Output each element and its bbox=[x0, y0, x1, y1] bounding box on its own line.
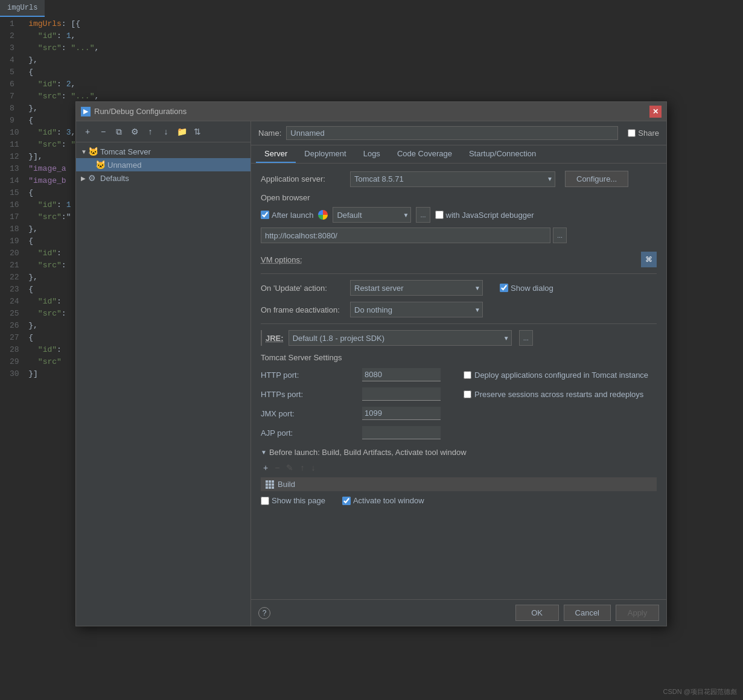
before-edit-button[interactable]: ✎ bbox=[284, 462, 296, 474]
app-server-dropdown[interactable]: Tomcat 8.5.71 bbox=[350, 171, 555, 187]
before-up-button[interactable]: ↑ bbox=[298, 462, 307, 474]
browser-row: After launch Default ▼ ... with Ja bbox=[261, 207, 657, 223]
browser-dots-button[interactable]: ... bbox=[416, 207, 430, 223]
build-item[interactable]: Build bbox=[261, 477, 657, 491]
tomcat-icon: 🐱 bbox=[88, 147, 98, 156]
build-item-label: Build bbox=[278, 480, 295, 489]
chrome-icon bbox=[318, 210, 328, 220]
tree-item-tomcat[interactable]: ▼ 🐱 Tomcat Server bbox=[76, 145, 250, 158]
tree-item-defaults[interactable]: ▶ ⚙ Defaults bbox=[76, 171, 250, 185]
configure-button[interactable]: Configure... bbox=[565, 171, 628, 187]
dialog-title: Run/Debug Configurations bbox=[94, 107, 649, 116]
unnamed-icon: 🐱 bbox=[95, 160, 105, 170]
show-dialog-checkbox[interactable] bbox=[500, 284, 508, 292]
left-panel: + − ⧉ ⚙ ↑ ↓ 📁 ⇅ ▼ 🐱 Tomcat Server 🐱 bbox=[76, 121, 251, 626]
tree-label-defaults: Defaults bbox=[100, 174, 129, 183]
config-toolbar: + − ⧉ ⚙ ↑ ↓ 📁 ⇅ bbox=[76, 121, 250, 142]
https-port-input[interactable] bbox=[362, 387, 441, 401]
remove-config-button[interactable]: − bbox=[97, 125, 110, 138]
divider-1 bbox=[261, 273, 657, 274]
ajp-port-label: AJP port: bbox=[261, 428, 357, 438]
divider-2 bbox=[261, 323, 657, 324]
ok-button[interactable]: OK bbox=[515, 605, 559, 621]
add-config-button[interactable]: + bbox=[81, 125, 94, 138]
apply-button[interactable]: Apply bbox=[616, 605, 659, 621]
close-button[interactable]: ✕ bbox=[649, 106, 662, 118]
copy-config-button[interactable]: ⧉ bbox=[112, 125, 126, 138]
on-frame-dropdown-wrapper: Do nothing ▼ bbox=[350, 302, 483, 317]
open-browser-section: Open browser After launch Default ▼ bbox=[261, 193, 657, 243]
before-down-button[interactable]: ↓ bbox=[308, 462, 317, 474]
after-launch-checkbox-item: After launch bbox=[261, 211, 313, 220]
on-update-dropdown-wrapper: Restart server ▼ bbox=[350, 280, 483, 296]
name-input[interactable] bbox=[286, 126, 618, 140]
tab-startup[interactable]: Startup/Connection bbox=[461, 145, 544, 163]
browser-dropdown[interactable]: Default bbox=[333, 207, 411, 223]
tree-arrow-defaults: ▶ bbox=[81, 175, 88, 182]
show-dialog-checkbox-item: Show dialog bbox=[500, 284, 553, 293]
tomcat-settings-header: Tomcat Server Settings bbox=[261, 353, 657, 362]
deploy-label: Deploy applications configured in Tomcat… bbox=[474, 371, 648, 380]
tab-code-coverage[interactable]: Code Coverage bbox=[389, 145, 461, 163]
name-row: Name: Share bbox=[251, 121, 666, 145]
before-add-button[interactable]: + bbox=[261, 462, 270, 474]
show-page-checkbox-item: Show this page bbox=[261, 496, 325, 505]
before-launch-section: ▼ Before launch: Build, Build Artifacts,… bbox=[261, 448, 657, 505]
http-port-input[interactable] bbox=[362, 368, 441, 381]
on-frame-dropdown[interactable]: Do nothing bbox=[350, 302, 483, 317]
before-remove-button[interactable]: − bbox=[272, 462, 282, 474]
dialog-footer: ? OK Cancel Apply bbox=[251, 599, 666, 626]
url-row: ... bbox=[261, 228, 657, 243]
on-update-dropdown[interactable]: Restart server bbox=[350, 280, 483, 296]
tree-label-unnamed: Unnamed bbox=[107, 161, 141, 170]
move-up-button[interactable]: ↑ bbox=[144, 125, 157, 138]
jre-dots-button[interactable]: ... bbox=[519, 330, 533, 346]
app-server-row: Application server: Tomcat 8.5.71 ▼ Conf… bbox=[261, 171, 657, 187]
cancel-button[interactable]: Cancel bbox=[564, 605, 611, 621]
tab-deployment[interactable]: Deployment bbox=[296, 145, 354, 163]
jre-dropdown[interactable]: Default (1.8 - project SDK) bbox=[289, 330, 512, 346]
dialog-titlebar: ▶ Run/Debug Configurations ✕ bbox=[76, 102, 666, 121]
defaults-icon: ⚙ bbox=[88, 173, 98, 183]
jmx-port-input[interactable] bbox=[362, 407, 441, 420]
folder-button[interactable]: 📁 bbox=[175, 125, 188, 138]
move-down-button[interactable]: ↓ bbox=[159, 125, 173, 138]
jre-dropdown-wrapper: Default (1.8 - project SDK) ▼ bbox=[289, 330, 512, 346]
jmx-port-label: JMX port: bbox=[261, 409, 357, 418]
url-input[interactable] bbox=[261, 228, 550, 243]
ajp-port-input[interactable] bbox=[362, 426, 441, 439]
settings-config-button[interactable]: ⚙ bbox=[128, 125, 141, 138]
after-launch-checkbox[interactable] bbox=[261, 211, 269, 219]
run-debug-dialog: ▶ Run/Debug Configurations ✕ + − ⧉ ⚙ ↑ ↓… bbox=[75, 101, 667, 626]
activate-window-checkbox[interactable] bbox=[342, 497, 351, 505]
activate-window-checkbox-item: Activate tool window bbox=[342, 496, 424, 505]
preserve-checkbox[interactable] bbox=[464, 390, 471, 398]
tab-logs[interactable]: Logs bbox=[355, 145, 389, 163]
watermark: CSDN @项目花园范德彪 bbox=[663, 687, 737, 696]
share-checkbox[interactable] bbox=[628, 129, 636, 137]
js-debugger-checkbox[interactable] bbox=[435, 211, 444, 219]
build-grid-icon bbox=[266, 480, 274, 489]
vm-options-button[interactable]: ⌘ bbox=[641, 252, 657, 267]
before-launch-label: Before launch: Build, Build Artifacts, A… bbox=[269, 448, 467, 457]
help-button[interactable]: ? bbox=[258, 607, 270, 619]
tab-server[interactable]: Server bbox=[256, 145, 296, 163]
dialog-body: + − ⧉ ⚙ ↑ ↓ 📁 ⇅ ▼ 🐱 Tomcat Server 🐱 bbox=[76, 121, 666, 626]
sort-button[interactable]: ⇅ bbox=[191, 125, 204, 138]
js-debugger-label: with JavaScript debugger bbox=[446, 211, 534, 220]
http-port-label: HTTP port: bbox=[261, 371, 357, 380]
preserve-checkbox-item: Preserve sessions across restarts and re… bbox=[464, 390, 643, 399]
tree-arrow-tomcat: ▼ bbox=[81, 148, 88, 155]
url-dots-button[interactable]: ... bbox=[553, 228, 567, 243]
jmx-port-row: JMX port: bbox=[261, 407, 657, 420]
activate-window-label: Activate tool window bbox=[353, 496, 424, 505]
before-launch-arrow-icon: ▼ bbox=[261, 449, 267, 456]
app-server-label: Application server: bbox=[261, 174, 345, 183]
deploy-checkbox[interactable] bbox=[464, 371, 471, 379]
tree-item-unnamed[interactable]: 🐱 Unnamed bbox=[76, 158, 250, 171]
after-launch-label: After launch bbox=[272, 211, 313, 220]
vm-options-label: VM options: bbox=[261, 255, 302, 264]
show-page-checkbox[interactable] bbox=[261, 497, 269, 505]
on-update-label: On 'Update' action: bbox=[261, 284, 345, 293]
https-port-label: HTTPs port: bbox=[261, 390, 357, 399]
